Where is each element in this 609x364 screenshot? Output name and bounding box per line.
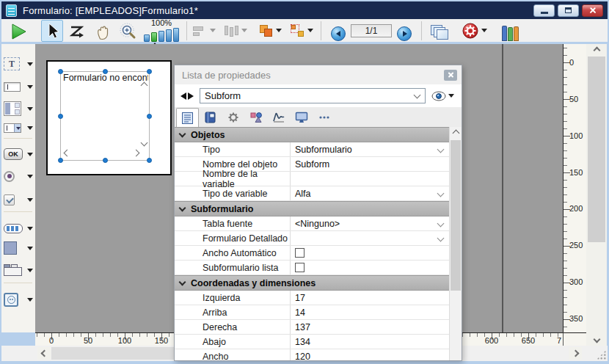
chevron-down-icon[interactable] [27,298,33,302]
tab-more[interactable] [313,108,335,127]
vertical-scrollbar[interactable] [586,44,607,346]
property-value-field[interactable]: 14 [290,305,451,319]
palette-progress-tool[interactable] [4,218,34,239]
property-value-field[interactable]: Subform [290,157,451,171]
panel-scrollbar[interactable] [449,127,462,360]
object-selector-combo[interactable]: Subform [200,88,426,103]
scroll-left-button[interactable] [37,347,51,360]
chevron-down-icon[interactable] [481,29,487,32]
chevron-down-icon[interactable] [27,107,33,111]
resize-handle[interactable] [147,69,152,74]
palette-radio-button-tool[interactable] [4,166,34,186]
palette-check-box-tool[interactable] [4,189,34,210]
property-value-field[interactable] [290,172,451,186]
palette-input-tool[interactable] [4,76,34,97]
chevron-down-icon[interactable] [437,190,445,197]
checkbox-unchecked[interactable] [295,248,304,258]
tab-events[interactable] [267,108,290,127]
palette-rectangle-tool[interactable] [4,238,34,258]
section-header-objetos[interactable]: Objetos [175,127,451,142]
tab-database[interactable] [199,108,222,127]
group-tool-button[interactable] [289,20,315,42]
palette-list-box-tool[interactable] [4,98,34,119]
property-value-field[interactable]: 137 [290,320,451,334]
palette-tab-control-tool[interactable] [4,260,34,280]
maximize-button[interactable] [558,4,579,17]
resize-grip[interactable] [597,350,606,360]
entry-order-tool-button[interactable] [66,20,88,42]
eye-icon[interactable] [431,91,446,101]
chevron-down-icon[interactable] [448,94,454,98]
property-value-dropdown[interactable]: Alfa [290,186,451,200]
scroll-right-button[interactable] [569,347,582,360]
next-object-button[interactable] [188,92,194,100]
palette-combo-box-tool[interactable] [4,117,34,138]
section-header-coordenadas[interactable]: Coordenadas y dimensiones [175,275,451,291]
library-button[interactable] [500,20,520,42]
run-form-button[interactable] [7,20,29,42]
checkbox-unchecked[interactable] [295,263,304,272]
resize-handle[interactable] [58,69,63,74]
section-header-subformulario[interactable]: Subformulario [175,201,451,216]
scroll-up-button[interactable] [450,127,462,139]
palette-plugin-tool[interactable] [4,289,34,310]
scroll-down-button[interactable] [586,333,607,346]
form-document[interactable]: Formulario no encontr [46,60,172,175]
pan-tool-button[interactable] [92,20,114,42]
scroll-up-button[interactable] [586,44,607,57]
palette-static-text-tool[interactable]: T [4,54,34,74]
previous-page-button[interactable] [329,20,348,42]
actions-button[interactable] [460,20,489,42]
panel-title-bar[interactable]: Lista de propiedades [175,65,462,84]
chevron-down-icon[interactable] [27,198,33,202]
tab-objects[interactable] [244,108,267,127]
palette-button-tool[interactable]: OK [4,144,34,164]
chevron-down-icon[interactable] [27,269,33,272]
resize-handle[interactable] [147,158,152,163]
zoom-level-bar[interactable] [166,29,172,42]
level-tool-button[interactable] [258,20,283,42]
resize-handle[interactable] [103,69,108,74]
subform-object[interactable]: Formulario no encontr [60,71,150,161]
distribute-tool-button[interactable] [223,20,249,42]
align-tool-button[interactable] [192,20,217,42]
select-tool-button[interactable] [41,20,63,42]
vertical-scrollbar-thumb[interactable] [588,57,605,242]
chevron-down-icon[interactable] [27,153,33,156]
chevron-down-icon[interactable] [437,235,445,242]
title-bar[interactable]: Formulario: [EMPLEADOS]Formulario1* [1,1,608,19]
panel-close-button[interactable] [444,70,457,81]
property-value-field[interactable]: 17 [290,291,451,305]
property-value-field[interactable]: 134 [290,335,451,349]
zoom-tool-button[interactable] [117,20,139,42]
property-value-dropdown[interactable] [290,231,451,245]
display-pages-button[interactable] [429,20,450,42]
property-value-dropdown[interactable]: <Ninguno> [290,216,451,230]
chevron-down-icon[interactable] [210,29,216,32]
chevron-down-icon[interactable] [27,62,33,66]
tab-properties-list[interactable] [176,108,199,127]
page-indicator-field[interactable]: 1/1 [351,24,392,37]
minimize-button[interactable] [533,4,555,17]
chevron-down-icon[interactable] [307,29,313,32]
property-value-dropdown[interactable]: Subformulario [290,142,451,156]
chevron-down-icon[interactable] [27,85,33,89]
close-button[interactable] [582,4,603,17]
chevron-down-icon[interactable] [276,29,282,32]
resize-handle[interactable] [103,158,108,163]
chevron-down-icon[interactable] [27,126,33,130]
zoom-level-bar[interactable] [144,34,150,42]
tab-options[interactable] [222,108,244,127]
resize-handle[interactable] [147,114,152,119]
chevron-down-icon[interactable] [27,175,33,178]
chevron-down-icon[interactable] [437,220,445,228]
next-page-button[interactable] [395,20,414,42]
zoom-level-bar[interactable] [173,28,179,42]
chevron-down-icon[interactable] [27,227,33,230]
previous-object-button[interactable] [180,92,186,100]
chevron-down-icon[interactable] [437,146,445,153]
tab-display[interactable] [290,108,313,127]
property-value-field[interactable]: 120 [290,349,451,360]
chevron-down-icon[interactable] [27,247,33,250]
zoom-level-bar[interactable] [158,31,164,42]
